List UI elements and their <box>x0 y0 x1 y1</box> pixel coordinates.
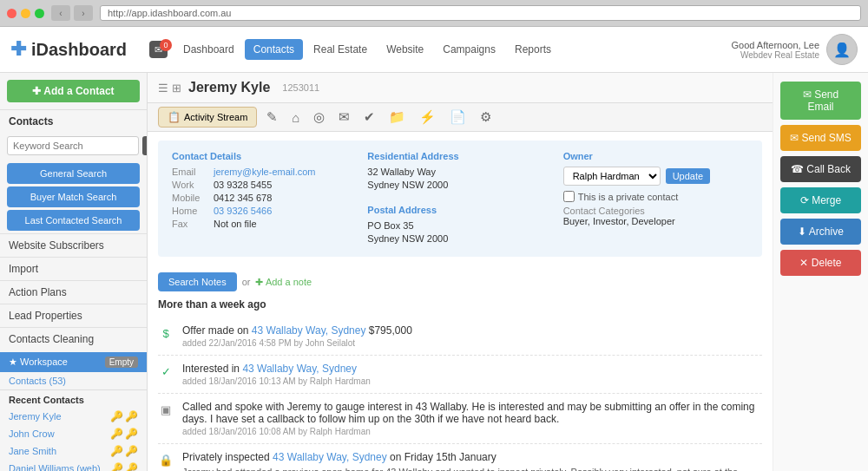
call-back-button[interactable]: ☎ Call Back <box>780 156 861 182</box>
contact-id: 1253011 <box>282 82 319 93</box>
forward-button[interactable]: › <box>74 5 93 21</box>
minimize-button[interactable] <box>21 9 30 18</box>
notification-badge[interactable]: ✉ 0 <box>149 43 168 56</box>
send-email-button[interactable]: ✉ Send Email <box>780 82 861 120</box>
close-button[interactable] <box>7 9 16 18</box>
recent-name-john: John Crow <box>9 428 55 439</box>
home-icon[interactable]: ⌂ <box>287 108 304 128</box>
website-subscribers-link[interactable]: Website Subscribers <box>0 233 147 257</box>
expand-icon[interactable]: ⊞ <box>172 82 181 95</box>
note-icon: ▣ <box>158 402 174 417</box>
activity-link-2[interactable]: 43 Wallaby Way, Sydney <box>242 363 357 375</box>
week-ago-label: More than a week ago <box>158 298 762 311</box>
owner-section: Owner Ralph Hardman Update This is a pri… <box>563 151 748 246</box>
delete-button[interactable]: ✕ Delete <box>780 250 861 276</box>
workspace-status: Empty <box>105 357 138 368</box>
contact-name: Jeremy Kyle <box>188 80 270 95</box>
send-sms-button[interactable]: ✉ Send SMS <box>780 125 861 151</box>
add-note-link[interactable]: ✚ Add a note <box>255 277 312 288</box>
activity-post-4: on Friday 15th January <box>387 451 496 463</box>
email-value[interactable]: jeremy@kyle-email.com <box>214 167 316 177</box>
nav-contacts[interactable]: Contacts <box>245 39 303 60</box>
key-icon-8: 🔑 <box>125 462 138 471</box>
nav-reports[interactable]: Reports <box>506 39 560 60</box>
recent-contact-jane[interactable]: Jane Smith 🔑 🔑 <box>0 442 147 460</box>
user-avatar[interactable]: 👤 <box>826 34 858 65</box>
email-row: Email jeremy@kyle-email.com <box>172 167 357 177</box>
contact-header: ☰ ⊞ Jeremy Kyle 1253011 <box>148 73 773 103</box>
general-search-button[interactable]: General Search <box>7 163 140 184</box>
contact-details-label: Contact Details <box>172 151 357 161</box>
header-greeting: Good Afternoon, Lee <box>731 40 819 50</box>
postal-address1: PO Box 35 <box>367 220 413 231</box>
tab-activity-label: Activity Stream <box>184 112 247 122</box>
document-icon[interactable]: 📄 <box>445 107 470 128</box>
private-label: This is a private contact <box>578 192 679 202</box>
check-icon: ✓ <box>158 363 174 379</box>
lead-properties-link[interactable]: Lead Properties <box>0 304 147 327</box>
nav-campaigns[interactable]: Campaigns <box>434 39 504 60</box>
residential-label: Residential Address <box>367 151 552 161</box>
search-notes-button[interactable]: Search Notes <box>158 272 237 291</box>
contact-categories: Buyer, Investor, Developer <box>563 216 748 226</box>
recent-name-jeremy: Jeremy Kyle <box>9 411 62 422</box>
work-row: Work 03 9328 5455 <box>172 180 357 190</box>
add-contact-button[interactable]: ✚ Add a Contact <box>7 80 140 102</box>
checkmark-icon[interactable]: ✔ <box>359 107 379 128</box>
private-checkbox[interactable] <box>563 191 575 202</box>
browser-chrome: ‹ › http://app.idashboard.com.au <box>0 0 868 27</box>
activity-post-1: $795,000 <box>365 324 411 337</box>
recent-contact-daniel[interactable]: Daniel Williams (web) 🔑 🔑 <box>0 460 147 471</box>
key-icon-7: 🔑 <box>110 462 123 471</box>
archive-button[interactable]: ⬇ Archive <box>780 219 861 245</box>
activity-link-1[interactable]: 43 Wallaby Way, Sydney <box>252 324 366 337</box>
key-icon-5: 🔑 <box>110 445 123 457</box>
key-icon-6: 🔑 <box>125 445 138 457</box>
activity-meta-2: added 18/Jan/2016 10:13 AM by Ralph Hard… <box>182 376 762 386</box>
import-link[interactable]: Import <box>0 257 147 280</box>
workspace-bar[interactable]: ★ Workspace Empty <box>0 352 147 372</box>
nav-website[interactable]: Website <box>378 39 432 60</box>
edit-icon[interactable]: ✎ <box>262 107 282 128</box>
email-icon[interactable]: ✉ <box>334 107 354 128</box>
mobile-row: Mobile 0412 345 678 <box>172 193 357 203</box>
merge-button[interactable]: ⟳ Merge <box>780 187 861 213</box>
recent-contact-john[interactable]: John Crow 🔑 🔑 <box>0 425 147 442</box>
maximize-button[interactable] <box>35 9 44 18</box>
list-icon[interactable]: ☰ <box>158 82 168 95</box>
contacts-cleaning-link[interactable]: Contacts Cleaning <box>0 327 147 350</box>
home-value[interactable]: 03 9326 5466 <box>214 206 272 216</box>
update-button[interactable]: Update <box>666 168 710 184</box>
activity-meta-3: added 18/Jan/2016 10:08 AM by Ralph Hard… <box>182 427 762 436</box>
search-input[interactable] <box>7 136 139 155</box>
home-label: Home <box>172 206 210 216</box>
sidebar: ✚ Add a Contact Contacts Search General … <box>0 73 148 471</box>
nav-menu: ✉ 0 Dashboard Contacts Real Estate Websi… <box>149 39 731 60</box>
owner-row: Ralph Hardman Update <box>563 167 748 186</box>
postal-label: Postal Address <box>367 205 552 215</box>
back-button[interactable]: ‹ <box>51 5 70 21</box>
bolt-icon[interactable]: ⚡ <box>415 107 440 128</box>
circle-icon[interactable]: ◎ <box>309 107 329 128</box>
nav-real-estate[interactable]: Real Estate <box>305 39 376 60</box>
last-contacted-button[interactable]: Last Contacted Search <box>7 210 140 231</box>
recent-contact-jeremy[interactable]: Jeremy Kyle 🔑 🔑 <box>0 408 147 425</box>
contacts-count[interactable]: Contacts (53) <box>0 372 147 389</box>
workspace-label: ★ Workspace <box>9 357 68 368</box>
owner-select[interactable]: Ralph Hardman <box>563 167 661 186</box>
work-label: Work <box>172 180 210 190</box>
folder-icon[interactable]: 📁 <box>385 107 410 128</box>
activity-title-4: Privately inspected 43 Wallaby Way, Sydn… <box>182 451 762 463</box>
tab-activity-stream[interactable]: 📋 Activity Stream <box>158 107 257 128</box>
activity-title-3: Called and spoke with Jeremy to gauge in… <box>182 401 762 425</box>
settings-icon[interactable]: ⚙ <box>476 107 496 128</box>
nav-dashboard[interactable]: Dashboard <box>174 39 243 60</box>
postal-line1: PO Box 35 <box>367 220 552 231</box>
activity-link-4[interactable]: 43 Wallaby Way, Sydney <box>273 451 387 463</box>
activity-title-1: Offer made on 43 Wallaby Way, Sydney $79… <box>182 324 762 337</box>
recent-icons-4: 🔑 🔑 <box>110 462 138 471</box>
address-bar[interactable]: http://app.idashboard.com.au <box>100 5 861 21</box>
buyer-match-button[interactable]: Buyer Match Search <box>7 186 140 207</box>
action-plans-link[interactable]: Action Plans <box>0 280 147 304</box>
traffic-lights <box>7 9 44 18</box>
